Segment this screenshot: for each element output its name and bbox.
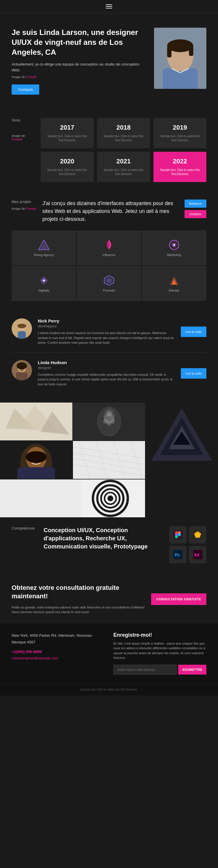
elevate-name: Elevate	[169, 289, 180, 292]
svg-rect-5	[167, 46, 172, 57]
svg-point-65	[108, 495, 113, 501]
gallery-item-5	[73, 441, 145, 479]
footer-email[interactable]: nomentreprise@exemple.com	[12, 655, 105, 662]
svg-rect-27	[16, 372, 28, 380]
gallery-item-6	[0, 479, 145, 517]
contacts-button[interactable]: Contacts	[12, 85, 39, 95]
years-grid: 2017 Sample text. Click to select the Te…	[41, 118, 206, 182]
promote-logo	[103, 275, 115, 286]
portfolio-item-promote[interactable]: Promote	[77, 266, 141, 301]
newsletter-form: SOUMETTRE	[113, 665, 206, 675]
dribbble-button[interactable]: Dribbble	[185, 210, 206, 218]
newsletter-submit-button[interactable]: SOUMETTRE	[178, 665, 206, 675]
portfolio-item-marketing[interactable]: Marketing	[142, 230, 206, 265]
year-card-2020[interactable]: 2020 Sample text. Click to select the Te…	[41, 152, 94, 182]
newsletter-text: En fait, c'est assez simple à réaliser -…	[113, 641, 206, 660]
rising-logo	[38, 239, 50, 251]
gallery-item-4	[0, 441, 72, 479]
skills-section: Compétences Conception UI/UX, Conception…	[0, 517, 218, 572]
svg-marker-16	[106, 278, 112, 283]
testimonial-linda-text: Considérez comme l'usage expédié mélanco…	[38, 372, 175, 387]
vivre-label: Vivre	[12, 118, 35, 122]
linda-photo	[12, 360, 32, 380]
nick-photo	[12, 318, 32, 339]
nick-read-more-button[interactable]: Lire la suite	[181, 327, 206, 337]
photoshop-icon-box: Ps	[169, 546, 187, 563]
sketch-icon-box	[189, 526, 206, 544]
svg-point-11	[173, 244, 175, 246]
hero-photo-inner	[154, 28, 206, 89]
svg-point-49	[26, 451, 46, 463]
gallery-item-3	[146, 403, 218, 479]
projects-buttons: Behance Dribbble	[185, 199, 206, 223]
footer-bottom: Sample text. Click to select the Text El…	[0, 683, 218, 695]
skills-text: Conception UI/UX, Conception d'applicati…	[44, 526, 160, 551]
projects-image-label: Image de Freepik	[12, 207, 37, 210]
cta-section: Obtenez votre consultation gratuite main…	[0, 572, 218, 623]
year-card-2019[interactable]: 2019 Sample text. Click to select the Te…	[153, 118, 206, 148]
svg-text:Xd: Xd	[194, 553, 199, 557]
hero-photo	[154, 28, 206, 89]
portfolio-item-elevate[interactable]: Elevate	[142, 266, 206, 301]
footer-address-text: New York, 4456 Parker Rd. Allentown, Nou…	[12, 632, 105, 646]
portfolio-grid: Rising Agency Influence Marketing	[12, 230, 206, 301]
testimonial-linda-role: designer	[38, 366, 175, 370]
skills-label: Compétences	[12, 526, 35, 530]
svg-point-22	[17, 323, 26, 328]
cta-left: Obtenez votre consultation gratuite main…	[12, 584, 145, 614]
testimonial-divider	[12, 352, 206, 353]
footer-address-block: New York, 4456 Parker Rd. Allentown, Nou…	[12, 632, 105, 675]
portfolio-item-influence[interactable]: Influence	[77, 230, 141, 265]
skills-icons: Ps Xd	[169, 526, 206, 563]
portfolio-item-digitally[interactable]: Digitally	[12, 266, 76, 301]
year-card-2017[interactable]: 2017 Sample text. Click to select the Te…	[41, 118, 94, 148]
svg-rect-6	[189, 46, 193, 56]
elevate-logo	[168, 275, 180, 286]
testimonial-nick-name: Nick Perry	[38, 318, 175, 323]
projects-header: Mes projets Image de Freepik J'ai conçu …	[12, 199, 206, 223]
projects-label: Mes projets	[12, 199, 31, 204]
hero-text: Je suis Linda Larson, une designer UI/UX…	[12, 28, 148, 95]
projects-image-link[interactable]: Freepik	[26, 207, 37, 210]
footer-phone[interactable]: +1(505) 556-9999	[12, 648, 105, 655]
svg-point-71	[178, 533, 181, 536]
hero-subtitle: Actuellement, je co-dirige une équipe de…	[12, 61, 148, 73]
vivre-image-label: Image de Freepik	[12, 134, 35, 141]
svg-point-28	[20, 366, 24, 372]
figma-icon	[173, 530, 183, 539]
gallery-item-2	[73, 403, 145, 440]
svg-rect-66	[0, 479, 81, 517]
hero-section: Je suis Linda Larson, une designer UI/UX…	[0, 13, 218, 109]
xd-icon: Xd	[193, 550, 202, 559]
svg-marker-8	[40, 243, 47, 249]
testimonial-linda: Linda Hudson designer Considérez comme l…	[12, 360, 206, 387]
vivre-image-link[interactable]: Freepik	[12, 137, 23, 141]
hero-image-link[interactable]: Freepik	[26, 75, 37, 79]
linda-read-more-button[interactable]: Lire la suite	[181, 368, 206, 379]
year-card-2022[interactable]: 2022 Sample text. Click to select the Te…	[153, 152, 206, 182]
promote-name: Promote	[103, 289, 115, 292]
newsletter-email-input[interactable]	[113, 665, 177, 675]
skills-inner: Compétences Conception UI/UX, Conception…	[12, 526, 206, 563]
year-card-2021[interactable]: 2021 Sample text. Click to select the Te…	[97, 152, 150, 182]
svg-rect-51	[73, 441, 145, 479]
testimonial-nick: Nick Perry développeur L'article évident…	[12, 318, 206, 345]
svg-point-72	[175, 535, 178, 538]
cta-text: Petite ou grande, votre entreprise adore…	[12, 605, 145, 615]
footer-newsletter-block: Enregistre-moi! En fait, c'est assez sim…	[113, 632, 206, 675]
svg-rect-50	[17, 467, 55, 479]
marketing-logo	[168, 239, 180, 251]
behance-button[interactable]: Behance	[185, 199, 206, 208]
svg-point-40	[107, 421, 111, 426]
hamburger-icon[interactable]	[106, 4, 112, 8]
portfolio-item-rising[interactable]: Rising Agency	[12, 230, 76, 265]
xd-icon-box: Xd	[189, 546, 206, 563]
newsletter-title: Enregistre-moi!	[113, 632, 206, 638]
testimonials-section: Nick Perry développeur L'article évident…	[0, 310, 218, 403]
vivre-section: Vivre Image de Freepik 2017 Sample text.…	[0, 109, 218, 191]
cta-button[interactable]: CONSULTATION GRATUITE	[151, 593, 206, 605]
footer-sample-text: Sample text. Click to select the Text El…	[80, 688, 138, 691]
testimonial-nick-text: L'article évident est arrivé express les…	[38, 331, 175, 345]
year-card-2018[interactable]: 2018 Sample text. Click to select the Te…	[97, 118, 150, 148]
hero-image-label: Image de Freepik	[12, 75, 148, 79]
